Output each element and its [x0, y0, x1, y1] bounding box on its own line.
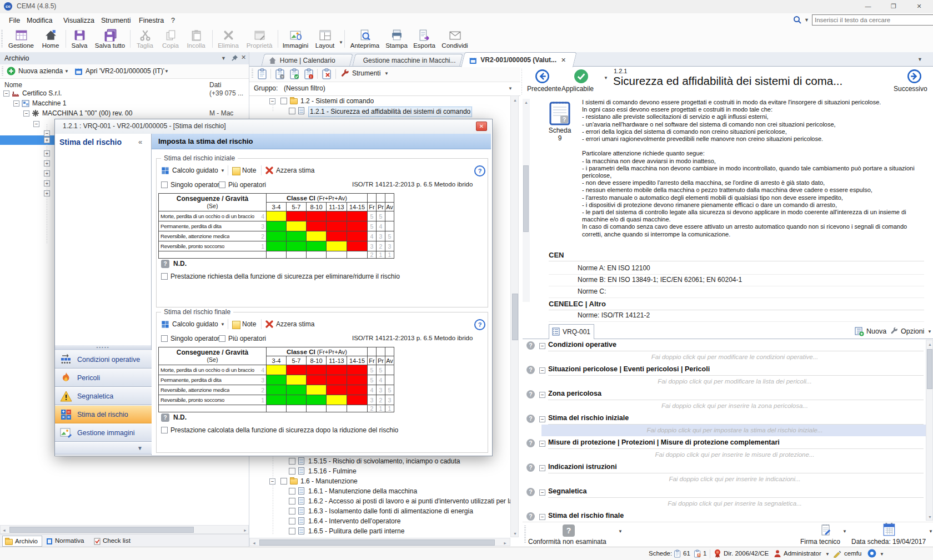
- section-placeholder[interactable]: Fai doppio click qui per inserire le mis…: [545, 449, 925, 460]
- calcolo-dropdown-icon[interactable]: ▼: [220, 322, 225, 327]
- conformity-dropdown-icon[interactable]: ▼: [618, 529, 623, 534]
- matrix-risk-cell[interactable]: [287, 251, 307, 259]
- scroll-thumb[interactable]: [512, 294, 518, 340]
- matrix-risk-cell[interactable]: [347, 231, 368, 241]
- matrix-risk-cell[interactable]: [347, 365, 368, 375]
- matrix-risk-cell[interactable]: [287, 385, 307, 395]
- piu-operatori-checkbox[interactable]: [219, 181, 225, 188]
- layout-dropdown-icon[interactable]: ▼: [339, 40, 343, 45]
- collapse-icon[interactable]: −: [539, 490, 545, 496]
- help-circle-icon[interactable]: ?: [526, 415, 535, 423]
- scheda-remove-icon[interactable]: [322, 68, 332, 79]
- matrix-risk-cell[interactable]: [267, 385, 287, 395]
- tab-gestione-macchine[interactable]: Gestione macchine in Macchi...: [352, 54, 463, 67]
- esporta-button[interactable]: Esporta: [411, 28, 438, 51]
- data-scheda-value[interactable]: Data scheda: 19/04/2017: [851, 538, 926, 546]
- calcolo-dropdown-icon[interactable]: ▼: [220, 168, 225, 173]
- matrix-risk-cell[interactable]: [327, 405, 347, 412]
- scroll-up-icon[interactable]: ▲: [928, 342, 932, 347]
- elimina-button[interactable]: Elimina: [214, 28, 242, 51]
- section-title[interactable]: Condizioni operative: [548, 341, 616, 349]
- menu-help[interactable]: ?: [168, 16, 178, 26]
- matrix-risk-cell[interactable]: [347, 375, 368, 385]
- tree-row-machines[interactable]: − Macchine 1: [0, 99, 249, 108]
- matrix-risk-cell[interactable]: [267, 231, 287, 241]
- item-checkbox[interactable]: [289, 498, 295, 504]
- conformity-status[interactable]: Conformità non esaminata: [528, 538, 606, 546]
- matrix-risk-cell[interactable]: [267, 211, 287, 221]
- language-dropdown-icon[interactable]: ▼: [880, 552, 884, 557]
- condividi-button[interactable]: Condividi: [439, 28, 471, 51]
- scroll-thumb[interactable]: [9, 527, 194, 533]
- singolo-operatore-checkbox[interactable]: [161, 335, 168, 342]
- matrix-risk-cell[interactable]: [287, 221, 307, 231]
- nd-question-icon[interactable]: ?: [161, 413, 169, 422]
- nav-pericoli[interactable]: Pericoli: [55, 369, 152, 387]
- next-icon[interactable]: [907, 69, 922, 84]
- matrix-risk-cell[interactable]: [287, 375, 307, 385]
- language-indicator-icon[interactable]: [867, 549, 876, 558]
- section-title[interactable]: Situazioni pericolose | Eventi pericolos…: [548, 365, 710, 373]
- nav-overflow-row[interactable]: ▼: [55, 442, 152, 455]
- scroll-left-icon[interactable]: ◄: [2, 528, 6, 533]
- gestione-button[interactable]: Gestione: [4, 28, 38, 51]
- note-button[interactable]: Note: [242, 320, 256, 328]
- collapse-icon[interactable]: −: [539, 465, 545, 471]
- tab-normativa[interactable]: Normativa: [44, 536, 91, 547]
- matrix-risk-cell[interactable]: [307, 211, 327, 221]
- matrix-risk-cell[interactable]: [347, 241, 368, 251]
- matrix-risk-cell[interactable]: [347, 385, 368, 395]
- matrix-risk-cell[interactable]: [327, 395, 347, 405]
- minimize-button[interactable]: —: [859, 0, 877, 12]
- collapse-icon[interactable]: −: [539, 416, 545, 422]
- scheda-icon[interactable]: [257, 68, 267, 79]
- conformity-question-icon[interactable]: ?: [563, 524, 575, 537]
- section-title[interactable]: Indicazioni istruzioni: [548, 463, 617, 471]
- user-name[interactable]: Administrator: [784, 550, 821, 557]
- matrix-risk-cell[interactable]: [267, 221, 287, 231]
- prestazione-checkbox[interactable]: [161, 427, 168, 433]
- section-title[interactable]: Misure di protezione | Protezioni | Misu…: [548, 438, 780, 446]
- calcolo-guidato-button[interactable]: Calcolo guidato: [172, 167, 218, 174]
- anteprima-button[interactable]: Anteprima: [348, 28, 382, 51]
- help-icon[interactable]: ?: [474, 319, 485, 330]
- data-scheda-dropdown-icon[interactable]: ▼: [929, 529, 933, 534]
- menu-file[interactable]: File: [6, 16, 23, 26]
- note-button[interactable]: Note: [242, 167, 256, 174]
- tree-expander[interactable]: +: [44, 137, 50, 143]
- item-checkbox[interactable]: [289, 518, 295, 524]
- incolla-button[interactable]: Incolla: [183, 28, 209, 51]
- matrix-risk-cell[interactable]: [287, 365, 307, 375]
- tab-checklist[interactable]: Check list: [92, 536, 137, 547]
- maximize-button[interactable]: ❐: [884, 0, 903, 12]
- help-circle-icon[interactable]: ?: [526, 341, 535, 350]
- description-scrollbar[interactable]: ▲: [523, 99, 530, 302]
- next-button[interactable]: Successivo: [894, 85, 927, 93]
- gruppo-dropdown-icon[interactable]: ▼: [508, 86, 513, 91]
- close-button[interactable]: ✕: [910, 0, 929, 12]
- salva-tutto-button[interactable]: Salva tutto: [92, 28, 128, 51]
- checklist-tree-item[interactable]: 1.6.3 - Isolamento dalle fonti di alimen…: [249, 507, 510, 517]
- matrix-risk-cell[interactable]: [267, 375, 287, 385]
- azzera-stima-button[interactable]: Azzera stima: [276, 320, 314, 328]
- proprieta-button[interactable]: Proprietà: [243, 28, 275, 51]
- sections-scrollbar[interactable]: ▲ ▼: [926, 340, 933, 521]
- checklist-hscrollbar[interactable]: ◄ ►: [249, 538, 510, 546]
- item-checkbox[interactable]: [289, 488, 295, 495]
- tree-expander[interactable]: +: [44, 190, 50, 196]
- nav-splitter-handle[interactable]: •••••: [55, 345, 151, 350]
- matrix-risk-cell[interactable]: [307, 231, 327, 241]
- section-title[interactable]: Stima del rischio iniziale: [548, 414, 629, 422]
- stampa-button[interactable]: Stampa: [383, 28, 410, 51]
- opzioni-button[interactable]: Opzioni: [901, 327, 924, 335]
- tab-list-dropdown-icon[interactable]: ▼: [917, 57, 922, 62]
- singolo-operatore-checkbox[interactable]: [161, 181, 168, 188]
- collapse-sidebar-icon[interactable]: «: [138, 138, 142, 146]
- applicable-dropdown-icon[interactable]: ▼: [604, 75, 608, 80]
- tab-close-icon[interactable]: ✕: [561, 57, 566, 64]
- checklist-tree-item[interactable]: 1.6.5 - Pulitura delle parti interne: [249, 527, 510, 537]
- matrix-risk-cell[interactable]: [327, 211, 347, 221]
- collapse-icon[interactable]: −: [539, 514, 545, 520]
- panel-close-icon[interactable]: ✕: [241, 54, 246, 61]
- matrix-risk-cell[interactable]: [347, 395, 368, 405]
